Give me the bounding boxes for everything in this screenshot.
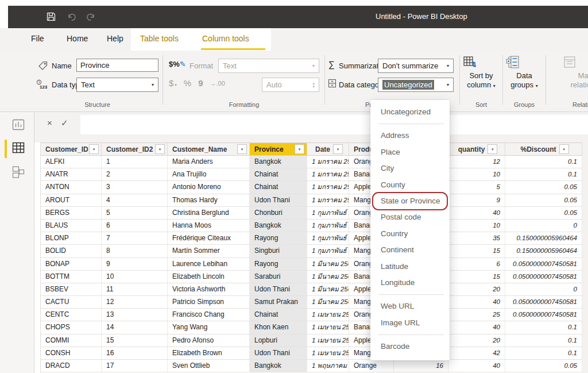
cell[interactable]: Rayong — [250, 258, 307, 270]
column-header-Customer_ID2[interactable]: Customer_ID2▾ — [102, 143, 168, 155]
cell[interactable]: 2 — [102, 168, 168, 180]
cell[interactable]: Chonburi — [250, 207, 307, 219]
tab-table-tools[interactable]: Table tools — [140, 34, 179, 43]
cell[interactable]: 0.05 — [505, 360, 582, 372]
cell[interactable]: 1 กุมภาพันธ์ 2562 — [307, 245, 349, 257]
menu-item-city[interactable]: City — [370, 160, 450, 176]
cell[interactable]: Thomas Hardy — [168, 194, 250, 206]
cell[interactable]: 1 พฤษภาคม 2562 — [307, 360, 349, 372]
cell[interactable]: 0.0500000007450581 — [505, 271, 582, 283]
cell[interactable]: COMMI — [41, 334, 102, 347]
cell[interactable]: 1 กุมภาพันธ์ 2562 — [307, 207, 349, 219]
cell[interactable]: 42 — [448, 347, 505, 359]
summarization-select[interactable]: Don't summarize ▾ — [378, 59, 454, 73]
menu-item-continent[interactable]: Continent — [370, 242, 450, 258]
cell[interactable]: 0 — [505, 220, 582, 232]
cell[interactable]: Bangkok — [250, 360, 307, 372]
cell[interactable]: Bangkok — [250, 220, 307, 232]
cell[interactable]: 16 — [394, 360, 448, 372]
cell[interactable]: 1 มกราคม 2562 — [307, 181, 349, 193]
decimal-places-icon[interactable]: →.00 — [210, 80, 225, 87]
cell[interactable]: Pedro Afonso — [168, 334, 250, 347]
cell[interactable]: 12 — [102, 296, 168, 308]
cell[interactable]: AROUT — [41, 194, 102, 206]
cell[interactable]: 0.0500000007450581 — [505, 258, 582, 270]
cell[interactable]: Maria Anders — [168, 156, 250, 168]
currency-icon[interactable]: $ ▾ — [169, 78, 177, 88]
cell[interactable]: 10 — [448, 168, 505, 180]
filter-icon[interactable]: ▾ — [237, 144, 247, 154]
cell[interactable]: 1 เมษายน 2562 — [307, 321, 349, 333]
cell[interactable]: CHOPS — [41, 321, 102, 333]
cell[interactable]: Elizabeth Brown — [168, 347, 250, 359]
cell[interactable]: 6 — [448, 258, 505, 270]
cell[interactable]: 0.1 — [505, 334, 582, 347]
cell[interactable]: BERGS — [41, 207, 102, 219]
cell[interactable]: Rayong — [250, 232, 307, 244]
cell[interactable]: 0.1 — [505, 347, 582, 359]
column-header-Customer_Name[interactable]: Customer_Name▾ — [168, 143, 250, 155]
cell[interactable]: 40 — [448, 296, 505, 308]
cell[interactable]: 0.0500000007450581 — [505, 296, 582, 308]
cell[interactable]: Chainat — [250, 168, 307, 180]
cell[interactable]: 15 — [102, 334, 168, 347]
cell[interactable]: Yang Wang — [168, 321, 250, 333]
menu-help[interactable]: Help — [107, 34, 123, 43]
cell[interactable]: 25 — [448, 309, 505, 321]
cell[interactable]: 1 กุมภาพันธ์ 2562 — [307, 232, 349, 244]
cell[interactable]: 15 — [448, 245, 505, 257]
cell[interactable]: Saraburi — [250, 271, 307, 283]
redo-icon[interactable] — [86, 12, 96, 22]
cell[interactable]: 1 มกราคม 2562 — [307, 156, 349, 168]
menu-item-image-url[interactable]: Image URL — [370, 315, 450, 331]
cell[interactable]: 1 มีนาคม 2562 — [307, 258, 349, 270]
menu-item-country[interactable]: Country — [370, 226, 450, 242]
cell[interactable]: Patricio Simpson — [168, 296, 250, 308]
format-select[interactable]: Text ▾ — [218, 59, 319, 73]
tab-column-tools[interactable]: Column tools — [202, 34, 249, 43]
filter-icon[interactable]: ▾ — [488, 144, 497, 154]
cell[interactable]: 10 — [102, 271, 168, 283]
filter-icon[interactable]: ▾ — [155, 144, 165, 154]
cell[interactable]: Khon Kaen — [250, 321, 307, 333]
cell[interactable]: Chainat — [250, 181, 307, 193]
cell[interactable]: 1 มกราคม 2562 — [307, 194, 349, 206]
cell[interactable]: 40 — [448, 207, 505, 219]
cell[interactable]: Sven Ottlieb — [168, 360, 250, 372]
cell[interactable]: BLONP — [41, 232, 102, 244]
formula-input[interactable] — [80, 115, 588, 134]
cell[interactable]: 7 — [102, 232, 168, 244]
cell[interactable]: 1 มกราคม 2562 — [307, 168, 349, 180]
cell[interactable]: 20 — [448, 334, 505, 347]
cell[interactable]: 8 — [102, 245, 168, 257]
cancel-icon[interactable]: × — [47, 118, 52, 128]
cell[interactable]: 14 — [102, 321, 168, 333]
cell[interactable]: Orange — [349, 360, 394, 372]
cell[interactable]: 5 — [102, 207, 168, 219]
filter-icon[interactable]: ▾ — [559, 144, 569, 154]
cell[interactable]: Udon Thani — [250, 194, 307, 206]
cell[interactable]: CENTC — [41, 309, 102, 321]
cell[interactable]: CACTU — [41, 296, 102, 308]
data-view-icon[interactable] — [11, 141, 25, 155]
save-icon[interactable] — [46, 11, 56, 22]
cell[interactable]: 0.150000005960464 — [505, 232, 582, 244]
cell[interactable]: 35 — [448, 232, 505, 244]
menu-item-barcode[interactable]: Barcode — [370, 339, 450, 355]
cell[interactable]: Antonio Moreno — [168, 181, 250, 193]
data-type-select[interactable]: Text ▾ — [76, 78, 158, 92]
cell[interactable]: Udon Thani — [250, 347, 307, 359]
column-header-Customer_ID[interactable]: Customer_ID▾ — [41, 143, 102, 155]
cell[interactable]: 1 เมษายน 2562 — [307, 347, 349, 359]
cell[interactable]: 0.05 — [505, 181, 582, 193]
cell[interactable]: BOLID — [41, 245, 102, 257]
cell[interactable]: 11 — [102, 283, 168, 295]
cell[interactable]: 1 มีนาคม 2562 — [307, 296, 349, 308]
column-header-Province[interactable]: Province▾ — [250, 143, 307, 155]
menu-file[interactable]: File — [31, 34, 44, 43]
cell[interactable]: Frédérique Citeaux — [168, 232, 250, 244]
cell[interactable]: 13 — [102, 309, 168, 321]
cell[interactable]: Ana Trujillo — [168, 168, 250, 180]
cell[interactable]: 10 — [448, 220, 505, 232]
decimal-auto-spinner[interactable]: Auto ▴▾ — [262, 78, 319, 92]
